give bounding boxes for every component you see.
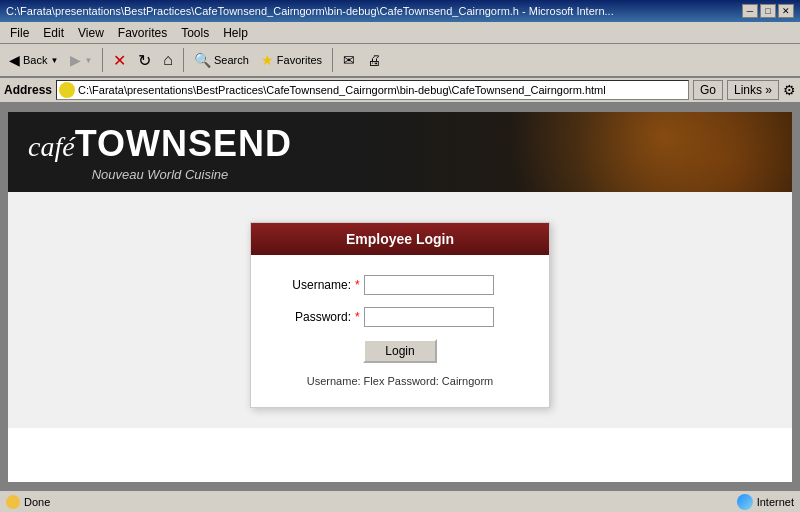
browser-content: café TOWNSEND Nouveau World Cuisine Empl… <box>0 104 800 490</box>
password-row: Password: * <box>271 307 529 327</box>
refresh-icon: ↻ <box>138 51 151 70</box>
toolbar-separator-3 <box>332 48 333 72</box>
toolbar-separator-2 <box>183 48 184 72</box>
print-icon: 🖨 <box>367 52 381 68</box>
close-button[interactable]: ✕ <box>778 4 794 18</box>
back-icon: ◀ <box>9 52 20 68</box>
forward-button[interactable]: ▶ ▼ <box>65 46 97 74</box>
forward-icon: ▶ <box>70 52 81 68</box>
login-button[interactable]: Login <box>363 339 436 363</box>
status-bar: Done Internet <box>0 490 800 512</box>
maximize-button[interactable]: □ <box>760 4 776 18</box>
back-dropdown-icon[interactable]: ▼ <box>50 56 58 65</box>
status-right: Internet <box>737 494 794 510</box>
search-icon: 🔍 <box>194 52 211 68</box>
stop-button[interactable]: ✕ <box>108 46 131 74</box>
address-label: Address <box>4 83 52 97</box>
title-bar: C:\Farata\presentations\BestPractices\Ca… <box>0 0 800 22</box>
login-title: Employee Login <box>251 223 549 255</box>
cafe-logo: café TOWNSEND Nouveau World Cuisine <box>8 113 312 192</box>
username-required: * <box>355 278 360 292</box>
menu-tools[interactable]: Tools <box>175 24 215 42</box>
favorites-button[interactable]: ★ Favorites <box>256 46 327 74</box>
login-box: Employee Login Username: * Password: * <box>250 222 550 408</box>
search-label: Search <box>214 54 249 66</box>
minimize-button[interactable]: ─ <box>742 4 758 18</box>
star-icon: ★ <box>261 52 274 68</box>
page-icon <box>59 82 75 98</box>
username-row: Username: * <box>271 275 529 295</box>
menu-file[interactable]: File <box>4 24 35 42</box>
favorites-label: Favorites <box>277 54 322 66</box>
status-left: Done <box>6 495 729 509</box>
cafe-page: café TOWNSEND Nouveau World Cuisine Empl… <box>8 112 792 482</box>
mail-button[interactable]: ✉ <box>338 46 360 74</box>
back-label: Back <box>23 54 47 66</box>
status-text: Done <box>24 496 50 508</box>
townsend-label: TOWNSEND <box>75 123 292 165</box>
password-input[interactable] <box>364 307 494 327</box>
menu-view[interactable]: View <box>72 24 110 42</box>
title-bar-text: C:\Farata\presentations\BestPractices\Ca… <box>6 5 614 17</box>
refresh-button[interactable]: ↻ <box>133 46 156 74</box>
login-hint: Username: Flex Password: Cairngorm <box>271 375 529 387</box>
home-button[interactable]: ⌂ <box>158 46 178 74</box>
login-area: Employee Login Username: * Password: * <box>8 192 792 428</box>
links-button[interactable]: Links » <box>727 80 779 100</box>
mail-icon: ✉ <box>343 52 355 68</box>
login-btn-row: Login <box>271 339 529 363</box>
forward-dropdown-icon[interactable]: ▼ <box>84 56 92 65</box>
internet-explorer-icon <box>737 494 753 510</box>
back-button[interactable]: ◀ Back ▼ <box>4 46 63 74</box>
login-body: Username: * Password: * Login <box>251 255 549 407</box>
address-input-wrap <box>56 80 689 100</box>
toolbar: ◀ Back ▼ ▶ ▼ ✕ ↻ ⌂ 🔍 Search ★ Favorites … <box>0 44 800 78</box>
settings-icon[interactable]: ⚙ <box>783 82 796 98</box>
password-label: Password: <box>271 310 351 324</box>
cafe-header: café TOWNSEND Nouveau World Cuisine <box>8 112 792 192</box>
address-input[interactable] <box>78 84 686 96</box>
cafe-label: café <box>28 131 75 163</box>
password-required: * <box>355 310 360 324</box>
home-icon: ⌂ <box>163 51 173 69</box>
header-background <box>361 112 792 192</box>
username-label: Username: <box>271 278 351 292</box>
menu-favorites[interactable]: Favorites <box>112 24 173 42</box>
username-input[interactable] <box>364 275 494 295</box>
logo-text: café TOWNSEND <box>28 123 292 165</box>
menu-edit[interactable]: Edit <box>37 24 70 42</box>
cafe-subtitle: Nouveau World Cuisine <box>28 167 292 182</box>
zone-text: Internet <box>757 496 794 508</box>
menu-bar: File Edit View Favorites Tools Help <box>0 22 800 44</box>
stop-icon: ✕ <box>113 51 126 70</box>
menu-help[interactable]: Help <box>217 24 254 42</box>
print-button[interactable]: 🖨 <box>362 46 386 74</box>
address-bar: Address Go Links » ⚙ <box>0 78 800 104</box>
search-button[interactable]: 🔍 Search <box>189 46 254 74</box>
toolbar-separator-1 <box>102 48 103 72</box>
status-icon <box>6 495 20 509</box>
title-bar-controls: ─ □ ✕ <box>742 4 794 18</box>
go-button[interactable]: Go <box>693 80 723 100</box>
